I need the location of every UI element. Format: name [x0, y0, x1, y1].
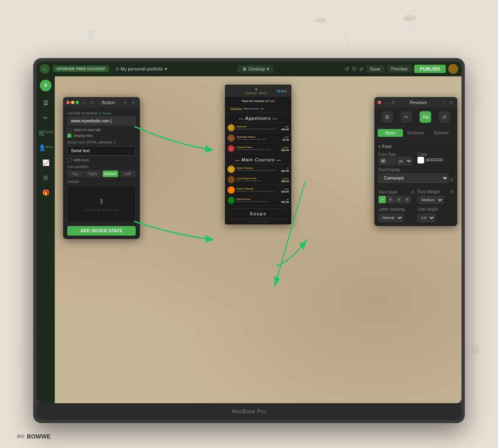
font-weight-select[interactable]: Medium Bold Light [417, 196, 444, 204]
icon-pos-left[interactable]: Left [120, 170, 136, 177]
reviews-window-controls [378, 101, 381, 104]
reviews-text-icon[interactable]: Aa [420, 111, 431, 123]
sidebar-item-pages[interactable]: ☰ [39, 96, 52, 110]
font-size-group: Font Size px em [378, 152, 414, 165]
min-dot[interactable] [71, 101, 74, 104]
nav-prev-arrow[interactable]: ‹ [227, 107, 229, 110]
preview-logo: ⚜ Saffron Tales [245, 87, 267, 95]
back-icon[interactable]: ↺ [89, 100, 95, 105]
reviews-layout-icon[interactable]: ⊞ [381, 111, 393, 123]
max-dot[interactable] [76, 101, 79, 104]
icon-pos-top[interactable]: Top [67, 170, 83, 177]
website-preview: ⚜ Saffron Tales 🌐 EN ▾ Taste the essence… [225, 85, 291, 224]
icon-placeholder[interactable]: ⬆ CHOOSE AN ICON [67, 185, 136, 223]
user-avatar[interactable] [448, 64, 458, 74]
panel-nav-controls: ⌕ ↺ [81, 100, 95, 105]
nav-item-appetizers[interactable]: Appetizers [230, 107, 242, 110]
upgrade-button[interactable]: UPGRADE FREE ACCOUNT [53, 66, 109, 72]
reviews-edit-icon[interactable]: ✏ [400, 111, 412, 123]
align-justify-btn[interactable]: ≡ [403, 196, 411, 203]
menu-item-rogan-josh: Lamb Rogan Josh Lamb in yogurt tomato wi… [225, 175, 291, 185]
soups-title: Soups [229, 208, 287, 219]
sidebar-item-cart[interactable]: 🛒 BETA [39, 126, 52, 139]
icon-pos-bottom[interactable]: Bottom [103, 170, 118, 177]
add-hover-state-button[interactable]: ADD HOVER STATE [67, 226, 136, 236]
font-style-reset-icon[interactable]: ↺ [411, 190, 414, 195]
reviews-search-icon[interactable]: ⌕ [383, 100, 388, 105]
color-hex-value: #FFFFFF [426, 158, 443, 163]
font-family-reset-icon[interactable]: ↺ [450, 178, 453, 182]
language-selector[interactable]: 🌐 EN ▾ [276, 89, 288, 93]
redo-icon[interactable]: ↻ [352, 66, 357, 72]
reviews-tool-icons: ⊞ ✏ Aa ⇄ [374, 108, 457, 127]
paneer-tikka-image [227, 186, 235, 194]
preview-button[interactable]: Preview [387, 65, 412, 73]
sidebar-item-analytics[interactable]: 📈 [39, 156, 52, 169]
site-name-display: ⊡ My personal portfolio ▾ [116, 66, 167, 72]
reset-link[interactable]: Reset [102, 112, 111, 115]
close-dot[interactable] [66, 101, 70, 104]
button-text-label: Button text (HTML allowed) ℹ [67, 140, 136, 144]
align-center-btn[interactable]: ≡ [387, 196, 394, 203]
samosas-image [227, 124, 235, 131]
samosas-info: Samosas Crispy potatoes, peas, stuffed i… [237, 125, 280, 130]
color-swatch[interactable] [417, 157, 424, 163]
button-text-input[interactable] [67, 146, 136, 156]
window-controls [66, 101, 79, 104]
font-size-input[interactable] [378, 157, 395, 165]
sidebar-item-crm[interactable]: 👤 BETA [39, 141, 52, 154]
icon-pos-right[interactable]: Right [85, 170, 100, 177]
reviews-expand-icon[interactable]: ⤢ [441, 100, 447, 105]
add-element-button[interactable]: + [40, 80, 51, 91]
reviews-close-icon[interactable]: ✕ [448, 100, 454, 105]
url-input[interactable] [67, 117, 136, 125]
sidebar-item-edit[interactable]: ✏ [39, 111, 52, 124]
tab-onhover[interactable]: On-hover [403, 129, 428, 137]
button-panel: ⌕ ↺ Button ⤢ ✕ Add link on Button ℹ Rese… [63, 97, 140, 239]
search-icon[interactable]: ⌕ [81, 100, 87, 105]
pakora-info: Vegetable Pakora Fried vegetables, chick… [237, 136, 281, 140]
bowwe-branding: ⊙© BOWWE [17, 433, 51, 440]
menu-item-butter-chicken: Butter Chicken Chicken in creamy tomato … [225, 164, 291, 175]
font-weight-reset-icon[interactable]: ↺ [450, 190, 453, 194]
share-icon[interactable]: ⇄ [359, 66, 364, 72]
pakora-price: $7.00 [283, 139, 289, 141]
samosas-meta: 🌶🌶 $19.00 [281, 125, 289, 131]
nav-item-soups[interactable]: So... [261, 107, 266, 110]
tab-selector[interactable]: Selector [429, 129, 454, 137]
nav-next-arrow[interactable]: › [267, 107, 269, 110]
nav-item-maincourses[interactable]: Main Courses [244, 107, 259, 110]
open-new-tab-checkbox[interactable] [67, 128, 71, 132]
reviews-shuffle-icon[interactable]: ⇄ [439, 111, 450, 123]
font-family-select[interactable]: Cormorant Arial [378, 173, 449, 183]
font-weight-group: Font Weight ↺ Medium Bold Light [417, 190, 453, 204]
cc-icon: ⊙© [17, 433, 24, 439]
display-text-checkbox[interactable] [67, 134, 71, 138]
line-height-select[interactable]: 1.6 1.2 2.0 [417, 214, 435, 222]
sidebar-item-apps[interactable]: 🎁 [39, 186, 52, 199]
font-size-color-row: Font Size px em Color [378, 152, 453, 165]
font-style-group: Font Style ↺ ≡ ≡ ≡ ≡ [378, 190, 414, 203]
save-button[interactable]: Save [366, 65, 385, 73]
letter-spacing-select[interactable]: Normal Tight Wide [378, 214, 403, 222]
expand-icon[interactable]: ⤢ [122, 100, 128, 105]
with-icon-checkbox[interactable] [67, 158, 71, 162]
font-family-row: Cormorant Arial ↺ [378, 173, 453, 186]
samosas-desc: Crispy potatoes, peas, stuffed in crispy… [237, 128, 280, 130]
icon-position-label: Icon position [67, 165, 136, 169]
reviews-panel-titlebar: ⌕ ↺ Reviews ⤢ ✕ [374, 97, 457, 108]
main-courses-title: — Main Courses — [229, 154, 287, 164]
device-selector[interactable]: 🖥 Desktop ▾ [238, 65, 273, 73]
pakora-spice: 🌶🌶 [285, 136, 289, 138]
align-right-btn[interactable]: ≡ [395, 196, 403, 203]
align-left-btn[interactable]: ≡ [378, 196, 386, 203]
reviews-close-dot[interactable] [378, 101, 381, 104]
sidebar-item-layers[interactable]: ⊞ [39, 171, 52, 184]
reviews-back-icon[interactable]: ↺ [390, 100, 396, 105]
font-unit-select[interactable]: px em [396, 157, 413, 165]
reviews-panel-title: Reviews [398, 100, 439, 105]
publish-button[interactable]: PUBLISH [414, 65, 446, 73]
undo-icon[interactable]: ↺ [344, 66, 349, 72]
tab-basic[interactable]: Basic [378, 129, 403, 137]
close-icon[interactable]: ✕ [131, 100, 137, 105]
